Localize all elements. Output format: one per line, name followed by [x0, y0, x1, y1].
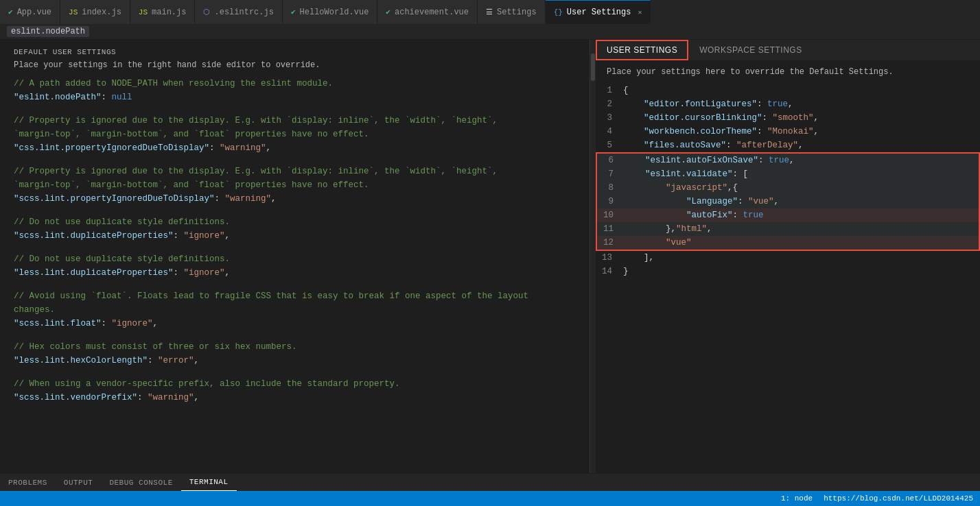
tab-label: HelloWorld.vue: [300, 8, 369, 17]
line-1: 1 {: [596, 84, 980, 97]
line-number: 2: [596, 97, 623, 111]
value-warning: "warning": [225, 194, 272, 204]
comment: // Avoid using `float`. Floats lead to f…: [14, 289, 576, 303]
tab-app-vue[interactable]: ✔ App.vue: [0, 0, 60, 24]
line-content: "eslint.validate": [: [625, 167, 979, 181]
line-14: 14 }: [596, 265, 980, 278]
comment: // Property is ignored due to the displa…: [14, 114, 576, 128]
user-settings-icon: {}: [554, 8, 563, 16]
value-ignore: "ignore": [184, 268, 225, 278]
line-12: 12 "vue": [597, 236, 979, 250]
line-content: "javascript",{: [625, 181, 979, 195]
line-3: 3 "editor.cursorBlinking": "smooth",: [596, 111, 980, 125]
code-line: "scss.lint.duplicateProperties": "ignore…: [14, 229, 576, 243]
line-content: "editor.cursorBlinking": "smooth",: [623, 111, 980, 125]
code-section-scss-float: // Avoid using `float`. Floats lead to f…: [14, 289, 576, 330]
terminal-tab-label: TERMINAL: [189, 478, 229, 486]
line-7: 7 "eslint.validate": [: [597, 167, 979, 181]
panel-subtitle: Place your settings in the right hand si…: [0, 60, 590, 77]
tab-main-js[interactable]: JS main.js: [130, 0, 196, 24]
line-number: 6: [597, 154, 625, 167]
line-content: "Language": "vue",: [625, 195, 979, 208]
code-line: "less.lint.duplicateProperties": "ignore…: [14, 266, 576, 280]
comment: // Do not use duplicate style definition…: [14, 215, 576, 229]
panel-title: DEFAULT USER SETTINGS: [0, 48, 590, 60]
line-13: 13 ],: [596, 251, 980, 265]
bottom-tabs: PROBLEMS OUTPUT DEBUG CONSOLE TERMINAL: [0, 473, 980, 491]
workspace-settings-tab[interactable]: WORKSPACE SETTINGS: [688, 40, 813, 60]
vue-icon: ✔: [386, 8, 390, 16]
value-warning: "warning": [220, 143, 266, 153]
line-content: }: [623, 265, 980, 278]
line-content: ],: [623, 251, 980, 265]
line-number: 8: [597, 181, 625, 195]
red-box-region: 6 "eslint.autoFixOnSave": true, 7 "eslin…: [596, 152, 980, 251]
line-number: 11: [597, 222, 625, 236]
output-tab[interactable]: OUTPUT: [56, 474, 102, 491]
user-settings-tab[interactable]: USER SETTINGS: [596, 40, 688, 60]
left-panel: DEFAULT USER SETTINGS Place your setting…: [0, 40, 590, 473]
line-content: },"html",: [625, 222, 979, 236]
comment: // Hex colors must consist of three or s…: [14, 340, 576, 354]
tab-label: index.js: [82, 8, 121, 17]
tab-label: .eslintrc.js: [214, 8, 273, 17]
value-warning: "warning": [148, 393, 194, 402]
line-number: 7: [597, 167, 625, 181]
tab-index-js[interactable]: JS index.js: [60, 0, 130, 24]
line-content: "files.autoSave": "afterDelay",: [623, 138, 980, 152]
code-line: "scss.lint.propertyIgnoredDueToDisplay":…: [14, 192, 576, 206]
right-content: Place your settings here to override the…: [596, 60, 980, 473]
key-scss-dup: "scss.lint.duplicateProperties": [14, 231, 174, 241]
problems-tab-label: PROBLEMS: [8, 479, 47, 487]
key-eslint-nodepath: "eslint.nodePath": [14, 93, 102, 102]
tab-label: main.js: [152, 8, 186, 17]
comment: `margin-top`, `margin-bottom`, and `floa…: [14, 178, 576, 192]
breadcrumb: eslint.nodePath: [7, 26, 89, 37]
line-content: {: [623, 84, 980, 97]
tab-achievement-vue[interactable]: ✔ achievement.vue: [377, 0, 478, 24]
line-9: 9 "Language": "vue",: [597, 195, 979, 208]
left-scrollbar[interactable]: [590, 40, 596, 473]
code-section-scss-dup: // Do not use duplicate style definition…: [14, 215, 576, 243]
terminal-tab[interactable]: TERMINAL: [181, 474, 237, 491]
right-panel: USER SETTINGS WORKSPACE SETTINGS Place y…: [596, 40, 980, 473]
line-number: 4: [596, 125, 623, 138]
problems-tab[interactable]: PROBLEMS: [0, 474, 56, 491]
key-vendor-prefix: "scss.lint.vendorPrefix": [14, 393, 137, 402]
vue-icon: ✔: [8, 8, 13, 16]
line-11: 11 },"html",: [597, 222, 979, 236]
key-scss-float: "scss.lint.float": [14, 319, 102, 328]
line-4: 4 "workbench.colorTheme": "Monokai",: [596, 125, 980, 138]
tab-bar: ✔ App.vue JS index.js JS main.js ⬡ .esli…: [0, 0, 980, 24]
status-url: https://blog.csdn.net/LLDD2014425: [824, 494, 973, 503]
line-number: 14: [596, 265, 623, 278]
status-right: 1: node https://blog.csdn.net/LLDD201442…: [781, 494, 973, 503]
line-5: 5 "files.autoSave": "afterDelay",: [596, 138, 980, 152]
line-number: 3: [596, 111, 623, 125]
comment: // Property is ignored due to the displa…: [14, 165, 576, 178]
code-line: "scss.lint.float": "ignore",: [14, 317, 576, 330]
line-content: "autoFix": true: [625, 208, 979, 222]
comment: `margin-top`, `margin-bottom`, and `floa…: [14, 128, 576, 141]
tab-helloworld-vue[interactable]: ✔ HelloWorld.vue: [283, 0, 377, 24]
output-tab-label: OUTPUT: [64, 479, 93, 487]
comment: changes.: [14, 303, 576, 317]
breadcrumb-bar: eslint.nodePath: [0, 24, 980, 40]
value-ignore: "ignore": [184, 231, 225, 241]
right-subtitle: Place your settings here to override the…: [596, 67, 980, 84]
tab-user-settings[interactable]: {} User Settings ✕: [546, 0, 651, 24]
scroll-thumb: [591, 53, 595, 81]
js-icon: JS: [139, 8, 148, 16]
key-hex-color: "less.lint.hexColorLength": [14, 356, 148, 365]
code-line: "eslint.nodePath": null: [14, 91, 576, 104]
value-null: null: [112, 93, 132, 102]
close-tab-button[interactable]: ✕: [638, 8, 642, 16]
tab-label: App.vue: [17, 8, 51, 17]
line-number: 9: [597, 195, 625, 208]
key-css-lint: "css.lint.propertyIgnoredDueToDisplay": [14, 143, 209, 153]
tab-settings[interactable]: ☰ Settings: [478, 0, 546, 24]
tab-eslintrc-js[interactable]: ⬡ .eslintrc.js: [195, 0, 282, 24]
settings-icon: ☰: [486, 8, 493, 16]
line-8: 8 "javascript",{: [597, 181, 979, 195]
debug-console-tab[interactable]: DEBUG CONSOLE: [101, 474, 180, 491]
